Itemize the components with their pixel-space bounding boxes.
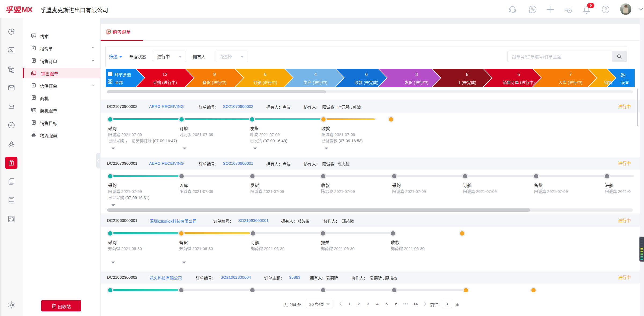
svg-text:$: $ — [11, 162, 12, 165]
